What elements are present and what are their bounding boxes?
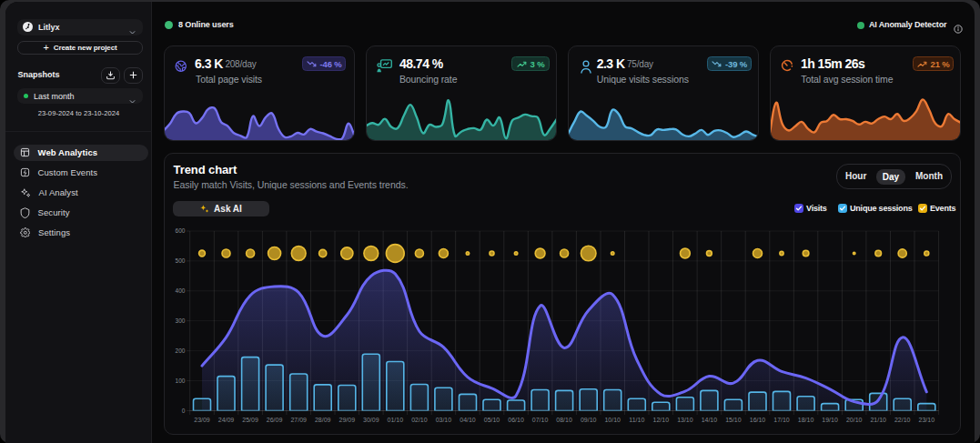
svg-text:15/10: 15/10 [725, 417, 742, 423]
svg-text:13/10: 13/10 [677, 417, 693, 423]
svg-text:24/09: 24/09 [218, 417, 235, 423]
svg-text:600: 600 [176, 227, 186, 234]
svg-text:28/09: 28/09 [315, 417, 331, 423]
svg-text:08/10: 08/10 [556, 417, 572, 423]
svg-text:03/10: 03/10 [436, 417, 452, 423]
svg-text:30/09: 30/09 [363, 417, 379, 423]
svg-text:01/10: 01/10 [388, 417, 404, 423]
svg-text:300: 300 [176, 317, 186, 324]
svg-text:200: 200 [176, 347, 186, 354]
svg-text:07/10: 07/10 [532, 417, 549, 423]
svg-text:0: 0 [182, 408, 186, 414]
svg-text:09/10: 09/10 [581, 417, 597, 423]
svg-text:10/10: 10/10 [604, 417, 621, 423]
svg-text:19/10: 19/10 [822, 417, 838, 423]
svg-text:20/10: 20/10 [846, 417, 863, 423]
svg-text:500: 500 [176, 257, 186, 264]
svg-text:21/10: 21/10 [870, 417, 886, 423]
svg-text:17/10: 17/10 [773, 417, 790, 423]
svg-text:14/10: 14/10 [702, 417, 718, 423]
svg-text:22/10: 22/10 [894, 417, 911, 423]
svg-text:23/09: 23/09 [194, 417, 210, 423]
svg-text:04/10: 04/10 [460, 417, 476, 423]
svg-text:26/09: 26/09 [267, 417, 283, 423]
svg-text:11/10: 11/10 [629, 417, 644, 423]
svg-text:12/10: 12/10 [653, 417, 670, 423]
svg-text:02/10: 02/10 [411, 417, 428, 423]
svg-text:29/09: 29/09 [339, 417, 356, 423]
svg-text:25/09: 25/09 [242, 417, 258, 423]
svg-text:23/10: 23/10 [919, 417, 935, 423]
svg-text:06/10: 06/10 [508, 417, 524, 423]
svg-text:100: 100 [176, 378, 186, 384]
svg-text:05/10: 05/10 [484, 417, 500, 423]
svg-text:400: 400 [176, 287, 186, 294]
svg-text:18/10: 18/10 [798, 417, 814, 423]
svg-text:16/10: 16/10 [750, 417, 766, 423]
svg-text:27/09: 27/09 [290, 417, 307, 423]
